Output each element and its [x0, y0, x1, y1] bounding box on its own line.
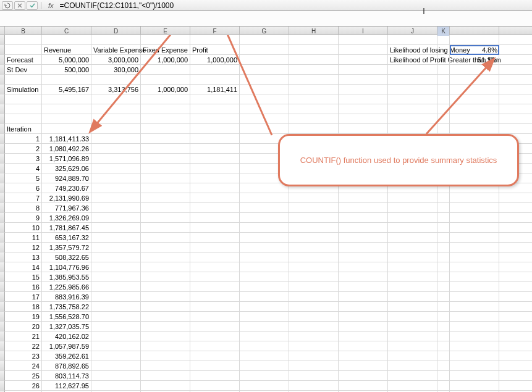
- cell-iteration-number[interactable]: 26: [5, 381, 42, 391]
- label-revenue[interactable]: Revenue: [42, 45, 91, 55]
- cell[interactable]: [499, 35, 532, 45]
- cell[interactable]: [499, 381, 532, 391]
- cell[interactable]: [339, 75, 388, 85]
- cell[interactable]: [450, 65, 499, 75]
- cell[interactable]: [5, 104, 42, 114]
- cell[interactable]: [437, 94, 450, 104]
- cell[interactable]: [437, 75, 450, 85]
- cell[interactable]: [499, 124, 532, 134]
- cell[interactable]: [190, 75, 240, 85]
- row-header[interactable]: [0, 243, 5, 252]
- cell[interactable]: [388, 243, 437, 252]
- cell[interactable]: [339, 203, 388, 213]
- cell-iteration-number[interactable]: 5: [5, 173, 42, 183]
- label-likelihood-losing[interactable]: Likelihood of losing Money: [388, 45, 437, 55]
- row-header[interactable]: [0, 94, 5, 104]
- row-header[interactable]: [0, 332, 5, 341]
- cell-iteration-value[interactable]: 1,326,269.09: [42, 213, 91, 223]
- cell[interactable]: [190, 351, 240, 361]
- cell[interactable]: [339, 272, 388, 282]
- cell[interactable]: [240, 302, 289, 312]
- cell[interactable]: [437, 114, 450, 124]
- cell[interactable]: [388, 233, 437, 243]
- cell[interactable]: [450, 223, 499, 233]
- col-header-f[interactable]: F: [190, 27, 240, 36]
- cell[interactable]: [91, 243, 141, 252]
- cell[interactable]: [339, 35, 388, 45]
- cell[interactable]: [240, 341, 289, 351]
- cell[interactable]: [339, 262, 388, 272]
- cell[interactable]: [190, 223, 240, 233]
- cell[interactable]: [437, 85, 450, 94]
- cell[interactable]: [5, 35, 42, 45]
- cell[interactable]: [499, 45, 532, 55]
- cell[interactable]: [388, 312, 437, 322]
- cell[interactable]: [5, 114, 42, 124]
- cell-iteration-number[interactable]: 12: [5, 243, 42, 252]
- cell[interactable]: [91, 233, 141, 243]
- cell[interactable]: [141, 371, 190, 381]
- cell[interactable]: [499, 55, 532, 65]
- cell-iteration-number[interactable]: 15: [5, 272, 42, 282]
- cell[interactable]: [240, 322, 289, 332]
- cell[interactable]: [141, 243, 190, 252]
- cell[interactable]: [450, 213, 499, 223]
- cell[interactable]: [240, 65, 289, 75]
- cell[interactable]: [450, 233, 499, 243]
- cell[interactable]: [437, 55, 450, 65]
- cell[interactable]: [499, 371, 532, 381]
- cell[interactable]: [141, 322, 190, 332]
- cell[interactable]: [141, 332, 190, 341]
- cell[interactable]: [289, 35, 339, 45]
- cell[interactable]: [289, 65, 339, 75]
- row-header[interactable]: [0, 144, 5, 154]
- cell[interactable]: [499, 341, 532, 351]
- cell[interactable]: [388, 124, 437, 134]
- cell-iteration-number[interactable]: 7: [5, 193, 42, 203]
- cell-likelihood-losing-value[interactable]: 4.8%: [450, 45, 499, 55]
- cell[interactable]: [190, 94, 240, 104]
- row-header[interactable]: [0, 154, 5, 164]
- cell[interactable]: [141, 164, 190, 173]
- cell[interactable]: [339, 381, 388, 391]
- label-simulation[interactable]: Simulation: [5, 85, 42, 94]
- cell[interactable]: [450, 302, 499, 312]
- cell[interactable]: [450, 262, 499, 272]
- cell[interactable]: [450, 381, 499, 391]
- cell[interactable]: [240, 252, 289, 262]
- cell[interactable]: [437, 213, 450, 223]
- cell[interactable]: [190, 114, 240, 124]
- cell[interactable]: [141, 183, 190, 193]
- cell[interactable]: [42, 124, 91, 134]
- cell[interactable]: [388, 332, 437, 341]
- cell-iteration-value[interactable]: 1,225,985.66: [42, 282, 91, 292]
- cell-iteration-value[interactable]: 1,781,867.45: [42, 223, 91, 233]
- cell[interactable]: [499, 361, 532, 371]
- cell-iteration-number[interactable]: 24: [5, 361, 42, 371]
- cell[interactable]: [499, 114, 532, 124]
- cell[interactable]: [141, 114, 190, 124]
- cell[interactable]: [289, 124, 339, 134]
- cell-iteration-value[interactable]: 1,556,528.70: [42, 312, 91, 322]
- cell-iteration-value[interactable]: 325,629.06: [42, 164, 91, 173]
- cell[interactable]: [91, 361, 141, 371]
- cell[interactable]: [141, 223, 190, 233]
- cell[interactable]: [190, 134, 240, 144]
- cell[interactable]: [91, 272, 141, 282]
- spreadsheet-grid[interactable]: RevenueVariable ExpenseFixed ExpenseProf…: [0, 35, 532, 392]
- cell[interactable]: [437, 341, 450, 351]
- cell-iteration-value[interactable]: 2,131,990.69: [42, 193, 91, 203]
- cell[interactable]: [499, 213, 532, 223]
- cell[interactable]: [437, 35, 450, 45]
- cell[interactable]: [437, 332, 450, 341]
- cell[interactable]: [289, 341, 339, 351]
- row-header[interactable]: [0, 252, 5, 262]
- cell[interactable]: [190, 381, 240, 391]
- cell[interactable]: [339, 282, 388, 292]
- cell[interactable]: [190, 183, 240, 193]
- cell[interactable]: [91, 173, 141, 183]
- cell-iteration-value[interactable]: 1,080,492.26: [42, 144, 91, 154]
- cell[interactable]: [240, 94, 289, 104]
- row-header[interactable]: [0, 213, 5, 223]
- row-header[interactable]: [0, 292, 5, 302]
